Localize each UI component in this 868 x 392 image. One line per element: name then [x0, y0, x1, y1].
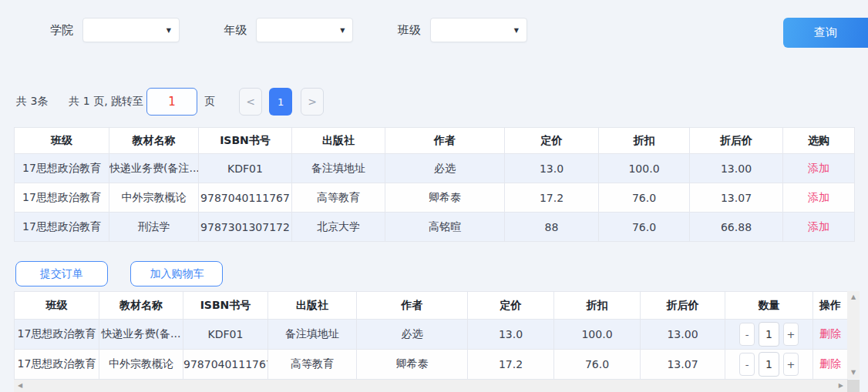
- cell-publisher: 高等教育: [292, 183, 385, 213]
- cell-book-name: 快递业务费(备注...: [109, 154, 199, 183]
- cell-final-price: 13.00: [641, 320, 725, 350]
- scroll-down-icon[interactable]: ▼: [851, 370, 856, 376]
- table-row: 17思想政治教育 刑法学 9787301307172 北京大学 高铭暄 88 7…: [15, 213, 855, 242]
- qty-plus-button[interactable]: +: [783, 323, 799, 346]
- cell-author: 高铭暄: [385, 213, 505, 242]
- cell-isbn: KDF01: [199, 154, 292, 183]
- qty-input[interactable]: [759, 322, 779, 347]
- col-discount: 折扣: [599, 128, 690, 154]
- scroll-right-icon[interactable]: ▶: [839, 383, 843, 389]
- qty-minus-button[interactable]: -: [739, 353, 755, 376]
- filter-group-class: 班级 ▼: [398, 18, 527, 42]
- cell-class: 17思想政治教育: [15, 350, 99, 380]
- cell-class: 17思想政治教育: [15, 183, 109, 213]
- horizontal-scrollbar[interactable]: ◀ ▶: [14, 380, 847, 392]
- cell-publisher: 备注填地址: [292, 154, 385, 183]
- col-discount: 折扣: [554, 292, 641, 320]
- col-price: 定价: [468, 292, 554, 320]
- col-final-price: 折后价: [641, 292, 725, 320]
- cell-author: 卿希泰: [385, 183, 505, 213]
- delete-link[interactable]: 删除: [819, 357, 841, 370]
- filter-group-grade: 年级 ▼: [224, 18, 353, 42]
- submit-order-button[interactable]: 提交订单: [15, 261, 108, 286]
- cell-isbn: 9787040111767: [199, 183, 292, 213]
- quantity-stepper: - +: [739, 322, 799, 347]
- col-publisher: 出版社: [292, 128, 385, 154]
- next-page-button[interactable]: >: [301, 88, 324, 116]
- cell-book-name: 快递业务费(备...: [99, 320, 183, 350]
- cell-price: 17.2: [468, 350, 554, 380]
- cell-final-price: 13.07: [641, 350, 725, 380]
- cell-book-name: 中外宗教概论: [109, 183, 199, 213]
- qty-input[interactable]: [759, 352, 779, 377]
- cart-section: 班级 教材名称 ISBN书号 出版社 作者 定价 折扣 折后价 数量 操作 17…: [14, 291, 860, 392]
- col-author: 作者: [357, 292, 468, 320]
- filter-group-college: 学院 ▼: [50, 18, 180, 42]
- prev-page-button[interactable]: <: [239, 88, 262, 116]
- delete-link[interactable]: 删除: [819, 327, 841, 340]
- scroll-up-icon[interactable]: ▲: [851, 294, 856, 300]
- col-operation: 操作: [813, 292, 848, 320]
- cell-author: 必选: [357, 320, 468, 350]
- table-row: 17思想政治教育 中外宗教概论 9787040111767 高等教育 卿希泰 1…: [15, 350, 848, 380]
- cell-isbn: 9787301307172: [199, 213, 292, 242]
- add-link[interactable]: 添加: [808, 220, 829, 233]
- college-select[interactable]: ▼: [82, 18, 180, 42]
- class-select[interactable]: ▼: [430, 18, 527, 42]
- qty-minus-button[interactable]: -: [739, 323, 755, 346]
- quantity-stepper: - +: [739, 352, 799, 377]
- total-count: 共 3条: [16, 95, 48, 109]
- vertical-scrollbar[interactable]: ▲ ▼: [847, 291, 860, 379]
- scrollbar-corner: [847, 380, 860, 392]
- col-book-name: 教材名称: [109, 128, 199, 154]
- cell-publisher: 高等教育: [268, 350, 357, 380]
- catalog-header-row: 班级 教材名称 ISBN书号 出版社 作者 定价 折扣 折后价 选购: [15, 128, 855, 154]
- cell-price: 13.0: [468, 320, 554, 350]
- cell-discount: 76.0: [599, 213, 690, 242]
- cell-author: 必选: [385, 154, 505, 183]
- add-link[interactable]: 添加: [808, 191, 829, 203]
- action-row: 提交订单 加入购物车: [15, 261, 868, 286]
- cell-author: 卿希泰: [357, 350, 468, 380]
- cell-final-price: 13.07: [690, 183, 783, 213]
- search-button[interactable]: 查询: [783, 18, 868, 48]
- filter-bar: 学院 ▼ 年级 ▼ 班级 ▼ 查询: [0, 0, 868, 48]
- col-price: 定价: [505, 128, 599, 154]
- col-publisher: 出版社: [268, 292, 357, 320]
- cell-class: 17思想政治教育: [15, 213, 109, 242]
- cell-class: 17思想政治教育: [15, 154, 109, 183]
- cell-publisher: 备注填地址: [268, 320, 357, 350]
- col-select: 选购: [783, 128, 855, 154]
- cell-book-name: 中外宗教概论: [99, 350, 183, 380]
- page-info: 共 1 页, 跳转至: [69, 95, 143, 109]
- current-page-button[interactable]: 1: [269, 88, 292, 116]
- grade-select[interactable]: ▼: [256, 18, 353, 42]
- scroll-left-icon[interactable]: ◀: [18, 383, 22, 389]
- page-suffix: 页: [204, 95, 215, 109]
- col-class: 班级: [15, 128, 109, 154]
- cell-price: 17.2: [505, 183, 599, 213]
- col-book-name: 教材名称: [99, 292, 183, 320]
- cart-table: 班级 教材名称 ISBN书号 出版社 作者 定价 折扣 折后价 数量 操作 17…: [14, 291, 848, 380]
- col-quantity: 数量: [725, 292, 813, 320]
- cell-isbn: 9787040111767: [183, 350, 268, 380]
- col-class: 班级: [15, 292, 99, 320]
- grade-label: 年级: [224, 23, 247, 38]
- add-to-cart-button[interactable]: 加入购物车: [130, 261, 223, 286]
- cell-final-price: 13.00: [690, 154, 783, 183]
- college-label: 学院: [50, 23, 73, 38]
- cell-discount: 100.0: [599, 154, 690, 183]
- col-author: 作者: [385, 128, 505, 154]
- page-jump-input[interactable]: [146, 88, 197, 116]
- cell-discount: 76.0: [599, 183, 690, 213]
- add-link[interactable]: 添加: [808, 162, 829, 174]
- cell-discount: 76.0: [554, 350, 641, 380]
- chevron-down-icon: ▼: [167, 27, 171, 34]
- cart-header-row: 班级 教材名称 ISBN书号 出版社 作者 定价 折扣 折后价 数量 操作: [15, 292, 848, 320]
- table-row: 17思想政治教育 快递业务费(备... KDF01 备注填地址 必选 13.0 …: [15, 320, 848, 350]
- pagination: 共 3条 共 1 页, 跳转至 页 < 1 >: [16, 87, 868, 116]
- table-row: 17思想政治教育 快递业务费(备注... KDF01 备注填地址 必选 13.0…: [15, 154, 855, 183]
- chevron-down-icon: ▼: [340, 27, 345, 34]
- qty-plus-button[interactable]: +: [783, 353, 799, 376]
- cell-final-price: 66.88: [690, 213, 783, 242]
